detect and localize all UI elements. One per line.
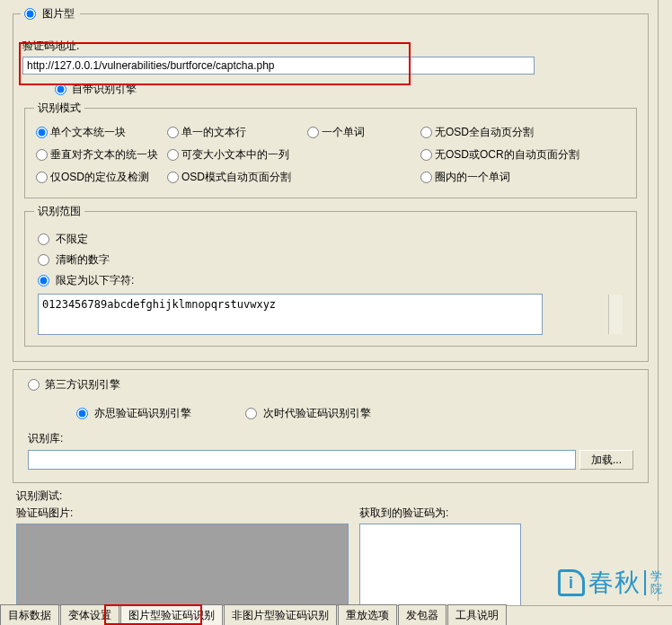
third-engine-label: 第三方识别引擎 (45, 377, 120, 392)
builtin-engine-label: 自带识别引擎 (72, 82, 137, 97)
mode-group: 识别模式 单个文本统一块 单一的文本行 一个单词 无OSD全自动页分割 垂直对齐… (24, 101, 637, 198)
tab-target-data[interactable]: 目标数据 (0, 604, 59, 625)
image-type-group: 图片型 验证码地址. 自带识别引擎 识别模式 单个文本统一块 单一的文本行 一个… (13, 4, 649, 362)
tabs-bar: 目标数据 变体设置 图片型验证码识别 非图片型验证码识别 重放选项 发包器 工具… (0, 605, 672, 625)
third-engine-group: 第三方识别引擎 亦思验证码识别引擎 次时代验证码识别引擎 识别库: 加载... (13, 369, 649, 483)
range-opt2[interactable] (38, 254, 49, 266)
radio-third-engine[interactable] (28, 379, 40, 391)
watermark-icon: i (558, 569, 585, 596)
range-legend: 识别范围 (34, 204, 84, 219)
mode-r2c2[interactable] (167, 149, 179, 161)
code-label: 获取到的验证码为: (359, 506, 521, 521)
tab-nonimage-captcha[interactable]: 非图片型验证码识别 (224, 604, 337, 625)
tab-tool-help[interactable]: 工具说明 (447, 604, 507, 625)
captcha-url-input[interactable] (22, 57, 535, 75)
image-type-radio[interactable]: 图片型 (24, 6, 75, 22)
mode-r1c2[interactable] (167, 127, 179, 138)
mode-r1c1[interactable] (36, 127, 48, 138)
range-opt3[interactable] (38, 275, 49, 286)
lib-label: 识别库: (28, 431, 63, 446)
img-label: 验证码图片: (16, 506, 349, 521)
mode-r1c3[interactable] (307, 127, 319, 138)
tab-replay-options[interactable]: 重放选项 (338, 604, 397, 625)
lib-input[interactable] (28, 450, 576, 470)
watermark: i 春秋 学 院 (558, 566, 663, 600)
radio-builtin-engine[interactable] (55, 84, 66, 95)
mode-r1c4[interactable] (420, 127, 432, 138)
radio-image-type[interactable] (24, 8, 36, 20)
range-opt1[interactable] (38, 233, 49, 245)
mode-r3c4[interactable] (420, 172, 432, 183)
engine3-opt2[interactable] (245, 408, 257, 419)
mode-r2c1[interactable] (36, 149, 48, 161)
mode-r3c1[interactable] (36, 172, 48, 183)
range-group: 识别范围 不限定 清晰的数字 限定为以下字符: (24, 204, 637, 347)
chars-textarea[interactable] (38, 294, 543, 335)
tab-packet-sender[interactable]: 发包器 (398, 604, 447, 625)
scrollbar[interactable] (608, 295, 623, 334)
engine3-opt1[interactable] (76, 408, 88, 419)
tab-variant-settings[interactable]: 变体设置 (60, 604, 119, 625)
url-label: 验证码地址. (22, 39, 79, 54)
mode-r2c4[interactable] (420, 149, 432, 161)
mode-legend: 识别模式 (34, 101, 84, 116)
image-type-label: 图片型 (42, 6, 75, 22)
watermark-text: 春秋 (588, 566, 641, 600)
test-label: 识别测试: (16, 489, 654, 504)
tab-image-captcha[interactable]: 图片型验证码识别 (120, 604, 223, 625)
mode-r3c2[interactable] (167, 172, 179, 183)
load-button[interactable]: 加载... (579, 450, 633, 470)
